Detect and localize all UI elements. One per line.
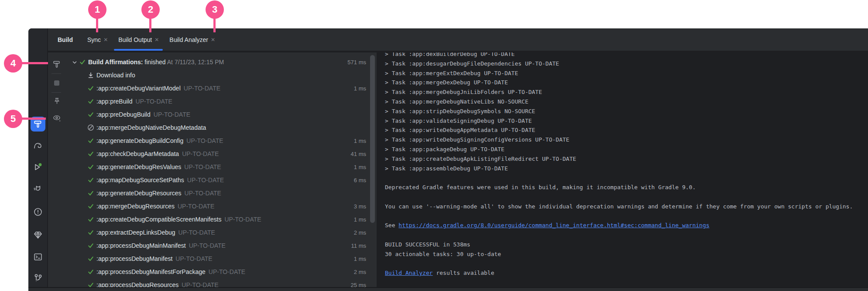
- pin-tab-icon: [52, 97, 61, 106]
- console-line: 30 actionable tasks: 30 up-to-date: [385, 249, 868, 259]
- console-line: Deprecated Gradle features were used in …: [385, 183, 868, 192]
- tree-row[interactable]: :app:createDebugCompatibleScreenManifest…: [65, 213, 377, 226]
- task-status: UP-TO-DATE: [178, 203, 214, 210]
- console-link[interactable]: https://docs.gradle.org/8.0/userguide/co…: [398, 222, 709, 229]
- task-duration: 1 ms: [354, 216, 366, 223]
- stripe-item-version-control[interactable]: [33, 273, 43, 284]
- console-line: Build Analyzer results available: [385, 268, 868, 278]
- gradle-icon: [33, 141, 43, 151]
- tree-row[interactable]: :app:mergeDebugNativeDebugMetadata: [65, 121, 377, 134]
- task-label: :app:processDebugResources: [96, 281, 178, 287]
- tab-build-output[interactable]: Build Output✕: [113, 28, 164, 51]
- tree-row[interactable]: :app:mergeDebugResourcesUP-TO-DATE3 ms: [65, 200, 377, 213]
- check-icon: [87, 85, 94, 92]
- build-output-console: > Task :app:dexBuilderDebug UP-TO-DATE> …: [377, 52, 868, 287]
- task-label: :app:mergeDebugNativeDebugMetadata: [96, 124, 206, 131]
- console-line: [385, 192, 868, 202]
- terminal-icon: [33, 252, 43, 262]
- build-icon: [33, 119, 43, 129]
- task-status: UP-TO-DATE: [209, 268, 245, 275]
- tree-row[interactable]: :app:generateDebugResourcesUP-TO-DATE: [65, 187, 377, 200]
- tree-row[interactable]: :app:processDebugManifestForPackageUP-TO…: [65, 265, 377, 278]
- callout-badge-1: 1: [88, 0, 106, 19]
- console-line: BUILD SUCCESSFUL in 538ms: [385, 240, 868, 249]
- build-panel-toolbar: [48, 52, 65, 287]
- show-build-output-button[interactable]: [52, 114, 61, 122]
- task-label: :app:mergeDebugResources: [96, 203, 175, 210]
- tree-row[interactable]: Build Affirmations: finished At 7/11/23,…: [65, 55, 377, 69]
- console-text: > Task :app:validateSigningDebug UP-TO-D…: [385, 118, 532, 124]
- console-text: > Task :app:mergeDexDebug UP-TO-DATE: [385, 79, 508, 86]
- console-line: > Task :app:dexBuilderDebug UP-TO-DATE: [385, 52, 868, 59]
- tree-row[interactable]: :app:generateDebugBuildConfigUP-TO-DATE1…: [65, 134, 377, 147]
- console-line: [385, 259, 868, 269]
- task-label: :app:preBuild: [96, 98, 133, 105]
- task-status: UP-TO-DATE: [184, 163, 221, 170]
- tree-row[interactable]: :app:createDebugVariantModelUP-TO-DATE1 …: [65, 82, 377, 95]
- tree-row[interactable]: :app:preDebugBuildUP-TO-DATE: [65, 108, 377, 121]
- rerun-build-button[interactable]: [52, 60, 61, 69]
- chevron-down-icon[interactable]: [72, 59, 77, 65]
- task-status: UP-TO-DATE: [184, 85, 220, 92]
- task-status: UP-TO-DATE: [154, 111, 190, 118]
- console-text: > Task :app:assembleDebug UP-TO-DATE: [385, 165, 508, 172]
- tool-window-title: Build: [48, 28, 82, 51]
- stripe-item-app-quality-insights[interactable]: [33, 230, 43, 240]
- show-build-output-icon: [52, 114, 61, 122]
- tree-row[interactable]: :app:mapDebugSourceSetPathsUP-TO-DATE6 m…: [65, 173, 377, 187]
- task-status: UP-TO-DATE: [182, 150, 219, 157]
- task-label: :app:processDebugManifestForPackage: [96, 268, 206, 275]
- callout-badge-3: 3: [206, 0, 224, 19]
- download-icon: [87, 72, 94, 79]
- tree-scrollbar[interactable]: [370, 55, 375, 223]
- task-status: UP-TO-DATE: [187, 177, 224, 184]
- check-icon: [87, 150, 94, 157]
- stripe-item-gradle[interactable]: [33, 141, 43, 151]
- toolbar-separator: [51, 73, 61, 74]
- tab-close-icon[interactable]: ✕: [103, 37, 108, 43]
- console-link[interactable]: Build Analyzer: [385, 270, 433, 276]
- tree-row[interactable]: :app:processDebugManifestUP-TO-DATE1 ms: [65, 252, 377, 265]
- stripe-item-logcat[interactable]: [33, 184, 43, 194]
- console-line: You can use '--warning-mode all' to show…: [385, 202, 868, 211]
- tree-row[interactable]: :app:processDebugMainManifestUP-TO-DATE1…: [65, 239, 377, 252]
- task-label: Download info: [96, 72, 135, 79]
- tree-row[interactable]: :app:extractDeepLinksDebugUP-TO-DATE2 ms: [65, 226, 377, 239]
- console-line: > Task :app:mergeDebugJniLibFolders UP-T…: [385, 87, 868, 97]
- task-duration: 1 ms: [354, 138, 366, 144]
- tree-row[interactable]: :app:checkDebugAarMetadataUP-TO-DATE41 m…: [65, 147, 377, 160]
- console-line: > Task :app:writeDebugSigningConfigVersi…: [385, 135, 868, 145]
- console-line: [385, 173, 868, 183]
- skip-icon: [87, 124, 94, 131]
- console-text: You can use '--warning-mode all' to show…: [385, 203, 853, 210]
- build-task-tree: Build Affirmations: finished At 7/11/23,…: [65, 52, 377, 287]
- console-text: > Task :app:mergeExtDexDebug UP-TO-DATE: [385, 70, 518, 76]
- version-control-icon: [33, 273, 43, 284]
- stripe-item-terminal[interactable]: [33, 252, 43, 262]
- console-text: > Task :app:desugarDebugFileDependencies…: [385, 60, 559, 67]
- tree-row[interactable]: :app:generateDebugResValuesUP-TO-DATE1 m…: [65, 160, 377, 173]
- tree-row[interactable]: Download info: [65, 69, 377, 82]
- pin-tab-button[interactable]: [52, 97, 61, 106]
- tab-close-icon[interactable]: ✕: [154, 37, 159, 43]
- stop-button[interactable]: [52, 79, 61, 87]
- tree-row[interactable]: :app:preBuildUP-TO-DATE: [65, 95, 377, 108]
- run-icon: [33, 162, 43, 173]
- callout-badge-2: 2: [141, 0, 160, 19]
- console-line: > Task :app:desugarDebugFileDependencies…: [385, 59, 868, 69]
- tree-row[interactable]: :app:processDebugResourcesUP-TO-DATE25 m…: [65, 278, 377, 287]
- stripe-item-run[interactable]: [33, 162, 43, 173]
- tab-close-icon[interactable]: ✕: [211, 37, 215, 43]
- task-status: UP-TO-DATE: [136, 98, 172, 105]
- task-label: :app:extractDeepLinksDebug: [96, 229, 175, 236]
- console-line: See https://docs.gradle.org/8.0/userguid…: [385, 221, 868, 230]
- check-icon: [87, 203, 94, 210]
- console-line: > Task :app:packageDebug UP-TO-DATE: [385, 145, 868, 154]
- build-tool-window: Build Sync✕Build Output✕Build Analyzer✕ …: [28, 28, 868, 291]
- console-line: > Task :app:createDebugApkListingFileRed…: [385, 154, 868, 164]
- console-text: > Task :app:dexBuilderDebug UP-TO-DATE: [385, 52, 515, 57]
- console-line: > Task :app:assembleDebug UP-TO-DATE: [385, 164, 868, 173]
- task-label: :app:createDebugCompatibleScreenManifest…: [96, 216, 221, 223]
- tab-build-analyzer[interactable]: Build Analyzer✕: [164, 28, 220, 51]
- stripe-item-problems[interactable]: [33, 207, 43, 217]
